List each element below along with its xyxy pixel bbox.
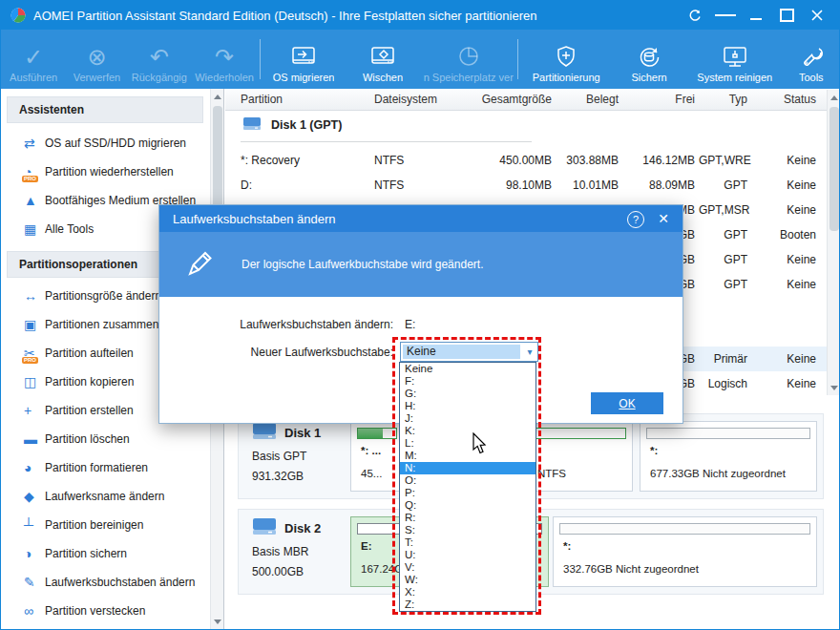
merge-icon: ▣: [24, 317, 45, 332]
sidebar-item-change-label[interactable]: ◆ Laufwerksname ändern: [1, 482, 209, 511]
close-icon[interactable]: [807, 5, 828, 26]
highlight-annotation: [392, 337, 541, 615]
disk-type: Basis GPT: [252, 450, 321, 463]
glasses-icon: ∞: [24, 603, 45, 619]
column-header-used: Belegt: [556, 93, 622, 106]
sidebar-item-label: Partition kopieren: [45, 375, 134, 388]
disk-group-header[interactable]: Disk 1 (GPT): [225, 111, 839, 139]
toolbar-label: OS migrieren: [273, 72, 335, 83]
sidebar-item-label: Partition aufteilen: [45, 346, 134, 360]
table-cell: Keine: [751, 178, 820, 192]
disk-name: Disk 2: [284, 521, 321, 536]
toolbar-label: Partitionierung: [533, 72, 600, 83]
scroll-up-icon[interactable]: [828, 91, 840, 104]
disk-group-label: Disk 1 (GPT): [271, 118, 342, 132]
divider: [241, 141, 532, 142]
table-row[interactable]: *: Recovery NTFS 450.00MB 303.88MB 146.1…: [225, 148, 839, 173]
usage-bar: [646, 428, 810, 439]
system-clean-button[interactable]: System reinigen: [686, 30, 783, 89]
maximize-icon[interactable]: [776, 5, 797, 26]
disk-arrow-icon: [289, 43, 318, 72]
current-letter-value: E:: [405, 318, 415, 331]
disk-eraser-icon: [368, 43, 397, 72]
sidebar-item-backup-partition[interactable]: ◑ Partition sichern: [1, 539, 209, 568]
disk1-info[interactable]: Disk 1 Basis GPT 931.32GB: [252, 422, 321, 483]
sidebar-item-clean-partition[interactable]: ┴ Partition bereinigen: [1, 511, 209, 539]
menu-icon[interactable]: [715, 5, 736, 26]
migrate-os-button[interactable]: OS migrieren: [262, 30, 345, 89]
column-header-partition: Partition: [241, 93, 374, 106]
shield-plus-icon: [553, 43, 579, 72]
dialog-banner-text: Der logische Laufwerkbuchstabe wird geän…: [242, 258, 483, 271]
toolbar-separator: [260, 39, 261, 79]
current-letter-label: Laufwerksbuchstaben ändern:: [159, 318, 393, 331]
help-icon[interactable]: ?: [627, 211, 644, 228]
table-cell: 10.01MB: [556, 178, 622, 192]
partitioning-button[interactable]: Partitionierung: [520, 30, 612, 89]
disk-size: 931.32GB: [252, 470, 321, 483]
partition-block-unallocated[interactable]: *: 332.76GB Nicht zugeordnet: [553, 516, 817, 587]
table-cell: Keine: [751, 253, 820, 266]
table-row[interactable]: D: NTFS 98.10MB 10.01MB 88.09MB GPT Kein…: [225, 173, 839, 198]
refresh-icon[interactable]: [684, 5, 705, 26]
allocate-space-button: n Speicherplatz ver: [421, 30, 515, 89]
undo-button: ↶ Rückgängig: [128, 30, 191, 89]
sidebar-item-label: Partition erstellen: [45, 404, 134, 417]
partition-size: 45...: [361, 468, 382, 479]
toolbar-label: Wischen: [363, 72, 403, 83]
table-cell: NTFS: [374, 178, 470, 192]
pro-badge: PRO: [22, 176, 38, 182]
sidebar-item-label: Partition löschen: [45, 432, 130, 446]
migrate-icon: ⇄: [24, 136, 45, 151]
pie-icon: ◑: [24, 546, 45, 561]
sidebar-item-label: OS auf SSD/HDD migrieren: [45, 136, 186, 150]
all-tools-icon: ▦: [24, 221, 45, 237]
table-cell: GPT,MSR: [699, 203, 751, 217]
scroll-up-icon[interactable]: [211, 90, 224, 103]
toolbar-label: Ausführen: [10, 72, 57, 83]
disk-name: Disk 1: [284, 426, 321, 440]
table-cell: Keine: [751, 352, 820, 366]
partition-label: *:: [563, 540, 571, 552]
sidebar-item-label: Partition verstecken: [45, 604, 145, 618]
pro-badge: PRO: [22, 357, 38, 364]
column-header-free: Frei: [622, 93, 699, 106]
dialog-close-icon[interactable]: ✕: [656, 211, 671, 226]
table-cell: GPT: [699, 228, 751, 242]
scroll-down-icon[interactable]: [828, 381, 840, 394]
title-bar: AOMEI Partition Assistant Standard Editi…: [1, 1, 839, 30]
ok-button[interactable]: OK: [591, 392, 663, 414]
scroll-down-icon[interactable]: [211, 615, 224, 628]
sidebar-item-label: Partition bereinigen: [45, 518, 143, 532]
table-scrollbar[interactable]: [827, 90, 840, 395]
sidebar-item-format-partition[interactable]: ◕ Partition formatieren: [1, 453, 209, 482]
tools-button[interactable]: Tools: [783, 30, 839, 89]
disk-icon: [252, 517, 277, 538]
wipe-button[interactable]: Wischen: [345, 30, 421, 89]
sidebar-item-hide-partition[interactable]: ∞ Partition verstecken: [1, 597, 209, 625]
split-icon: ✂PRO: [24, 346, 45, 361]
table-cell: Keine: [751, 278, 820, 291]
partition-block-unallocated[interactable]: *: 677.33GB Nicht zugeordnet: [640, 421, 817, 492]
sidebar-item-recover-partition[interactable]: ◔PRO Partition wiederherstellen: [1, 158, 209, 186]
toolbar-label: Tools: [799, 72, 824, 83]
dialog-banner: Der logische Laufwerkbuchstabe wird geän…: [159, 232, 682, 297]
discard-button: ⊗ Verwerfen: [66, 30, 127, 89]
backup-button[interactable]: Sichern: [612, 30, 686, 89]
pencil-icon: [182, 246, 217, 284]
table-cell: 98.10MB: [470, 178, 556, 192]
monitor-brush-icon: [721, 43, 749, 72]
pencil-icon: ✎: [24, 575, 45, 590]
minimize-icon[interactable]: [746, 5, 766, 26]
sidebar-item-delete-partition[interactable]: ▬ Partition löschen: [1, 425, 209, 453]
disk2-info[interactable]: Disk 2 Basis MBR 500.00GB: [252, 517, 321, 578]
copy-icon: ◫: [24, 374, 45, 389]
scroll-thumb[interactable]: [830, 107, 839, 231]
table-header: Partition Dateisystem Gesamtgröße Belegt…: [225, 89, 839, 111]
toolbar-label: Sichern: [631, 72, 666, 83]
sidebar-item-change-drive-letter[interactable]: ✎ Laufwerksbuchstaben ändern: [1, 568, 209, 597]
sidebar-item-migrate-os[interactable]: ⇄ OS auf SSD/HDD migrieren: [1, 129, 209, 158]
table-cell: GPT,WRE: [699, 154, 751, 167]
format-icon: ◕: [24, 460, 45, 475]
column-header-status: Status: [751, 93, 820, 106]
